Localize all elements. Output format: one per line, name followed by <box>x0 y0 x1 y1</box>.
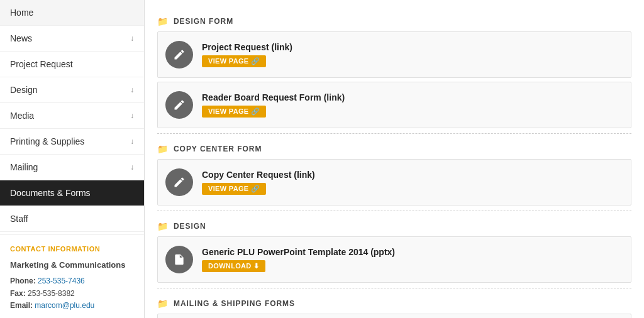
sidebar-item-label: Project Request <box>10 59 73 69</box>
section-header-copy-center-form: 📁COPY CENTER FORM <box>157 144 631 154</box>
item-title: Reader Board Request Form (link) <box>202 92 623 102</box>
contact-info: CONTACT INFORMATION Marketing & Communic… <box>0 234 144 318</box>
item-body-copy-center-request: Copy Center Request (link)VIEW PAGE 🔗 <box>202 170 623 195</box>
sidebar-item-news[interactable]: News↓ <box>0 26 144 52</box>
sidebar-item-staff[interactable]: Staff <box>0 206 144 232</box>
edit-icon <box>165 41 193 69</box>
item-card-shipping-receiving: Shipping & Receiving Service Request For… <box>157 314 631 318</box>
item-card-copy-center-request: Copy Center Request (link)VIEW PAGE 🔗 <box>157 159 631 206</box>
chevron-down-icon: ↓ <box>130 163 134 172</box>
button-row: VIEW PAGE 🔗 <box>202 106 623 118</box>
item-title: Project Request (link) <box>202 42 623 52</box>
sidebar-item-design[interactable]: Design↓ <box>0 77 144 103</box>
phone-link[interactable]: 253-535-7436 <box>38 277 85 285</box>
item-body-ppt-template: Generic PLU PowerPoint Template 2014 (pp… <box>202 247 623 272</box>
sidebar-item-documents---forms[interactable]: Documents & Forms <box>0 180 144 206</box>
chevron-down-icon: ↓ <box>130 85 134 94</box>
sidebar-item-label: Home <box>10 8 33 18</box>
section-header-design-form: 📁DESIGN FORM <box>157 16 631 26</box>
file-icon <box>165 246 193 273</box>
button-row: DOWNLOAD ⬇ <box>202 260 623 272</box>
sidebar-item-label: Mailing <box>10 162 38 172</box>
sidebar: HomeNews↓Project RequestDesign↓Media↓Pri… <box>0 0 145 318</box>
view page-button[interactable]: VIEW PAGE 🔗 <box>202 55 266 67</box>
sidebar-item-project-request[interactable]: Project Request <box>0 52 144 77</box>
sidebar-item-mailing[interactable]: Mailing↓ <box>0 155 144 180</box>
section-divider <box>157 133 631 134</box>
sidebar-item-home[interactable]: Home <box>0 0 144 26</box>
item-card-ppt-template: Generic PLU PowerPoint Template 2014 (pp… <box>157 236 631 283</box>
main-content: 📁DESIGN FORMProject Request (link)VIEW P… <box>145 0 644 318</box>
email-link[interactable]: marcom@plu.edu <box>35 301 94 310</box>
section-title: MAILING & SHIPPING FORMS <box>174 299 295 308</box>
sidebar-item-label: Media <box>10 111 34 121</box>
item-title: Generic PLU PowerPoint Template 2014 (pp… <box>202 247 623 257</box>
fax-number: 253-535-8382 <box>28 289 75 298</box>
sidebar-item-label: News <box>10 33 32 43</box>
contact-fax: Fax: 253-535-8382 <box>10 288 134 300</box>
edit-icon <box>165 91 193 119</box>
edit-icon <box>165 168 193 196</box>
sidebar-item-label: Printing & Supplies <box>10 136 84 146</box>
folder-icon: 📁 <box>157 221 169 231</box>
folder-icon: 📁 <box>157 144 169 154</box>
contact-email: Email: marcom@plu.edu <box>10 300 134 312</box>
section-title: DESIGN FORM <box>174 17 233 26</box>
section-header-mailing-shipping: 📁MAILING & SHIPPING FORMS <box>157 299 631 309</box>
item-card-reader-board-link: Reader Board Request Form (link)VIEW PAG… <box>157 82 631 128</box>
download-button[interactable]: DOWNLOAD ⬇ <box>202 260 265 272</box>
section-header-design: 📁DESIGN <box>157 221 631 231</box>
folder-icon: 📁 <box>157 299 169 309</box>
folder-icon: 📁 <box>157 16 169 26</box>
sidebar-item-media[interactable]: Media↓ <box>0 103 144 129</box>
section-title: COPY CENTER FORM <box>174 145 262 153</box>
item-body-project-request-link: Project Request (link)VIEW PAGE 🔗 <box>202 42 623 67</box>
section-title: DESIGN <box>174 222 206 231</box>
view page-button[interactable]: VIEW PAGE 🔗 <box>202 183 266 195</box>
button-row: VIEW PAGE 🔗 <box>202 183 623 195</box>
chevron-down-icon: ↓ <box>130 111 134 120</box>
item-title: Copy Center Request (link) <box>202 170 623 180</box>
sidebar-item-printing---supplies[interactable]: Printing & Supplies↓ <box>0 129 144 155</box>
section-divider <box>157 288 631 288</box>
section-divider <box>157 211 631 211</box>
sidebar-nav: HomeNews↓Project RequestDesign↓Media↓Pri… <box>0 0 144 232</box>
view page-button[interactable]: VIEW PAGE 🔗 <box>202 106 266 118</box>
sidebar-item-label: Design <box>10 85 38 95</box>
item-card-project-request-link: Project Request (link)VIEW PAGE 🔗 <box>157 31 631 78</box>
chevron-down-icon: ↓ <box>130 137 134 146</box>
sidebar-item-label: Documents & Forms <box>10 188 91 198</box>
button-row: VIEW PAGE 🔗 <box>202 55 623 67</box>
contact-phone: Phone: 253-535-7436 <box>10 275 134 287</box>
item-body-reader-board-link: Reader Board Request Form (link)VIEW PAG… <box>202 92 623 118</box>
sidebar-item-label: Staff <box>10 214 28 224</box>
contact-company: Marketing & Communications <box>10 259 134 272</box>
chevron-down-icon: ↓ <box>130 34 134 43</box>
contact-title: CONTACT INFORMATION <box>10 244 134 255</box>
